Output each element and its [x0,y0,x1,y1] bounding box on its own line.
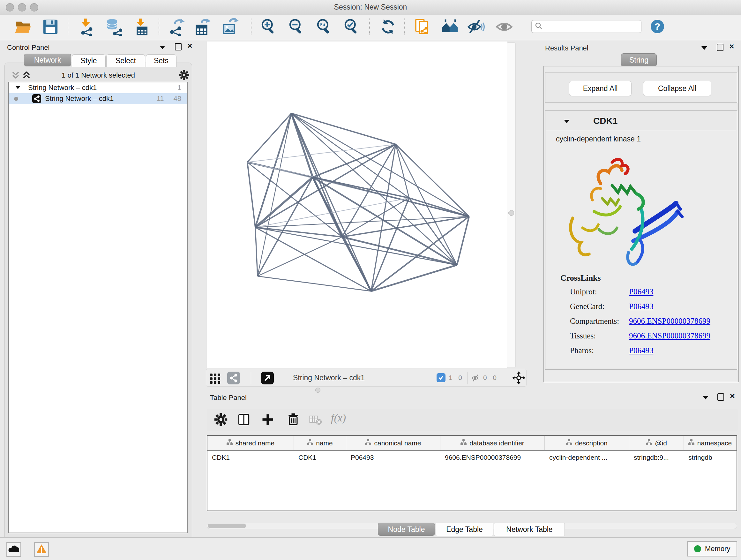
network-edge[interactable] [255,227,258,276]
table-panel-close-icon[interactable]: ✕ [730,393,735,400]
search-icon [535,22,542,31]
hide-unhide-button[interactable] [467,18,485,36]
network-edge[interactable] [291,113,469,216]
tab-node-table[interactable]: Node Table [378,523,435,536]
zoom-selected-button[interactable] [343,18,360,36]
crosslink-link[interactable]: 9606.ENSP00000378699 [629,317,711,326]
crosslink-link[interactable]: P06493 [629,346,653,355]
open-folder-icon [14,18,32,36]
network-edge[interactable] [313,177,469,216]
search-input[interactable] [542,23,638,30]
control-panel-close-icon[interactable]: ✕ [187,43,193,50]
show-columns-button[interactable] [237,413,251,427]
homes-icon-button[interactable] [441,18,459,36]
crosslink-link[interactable]: P06493 [629,287,653,296]
detach-view-button[interactable] [261,372,274,386]
network-row-selected[interactable]: String Network – cdk1 11 48 [9,93,187,104]
network-status-dot-icon [14,97,18,101]
save-session-button[interactable] [42,18,59,36]
table-row[interactable]: CDK1CDK1P064939606.ENSP00000378699cyclin… [207,451,737,464]
column-header-description[interactable]: description [545,436,629,450]
network-options-gear-icon[interactable] [179,70,190,82]
network-edge[interactable] [247,162,255,227]
protein-structure-image[interactable] [563,153,684,276]
tab-network-table[interactable]: Network Table [494,523,565,536]
network-edge[interactable] [291,113,457,265]
warnings-button[interactable] [34,542,49,557]
export-image-button[interactable] [221,18,239,36]
network-edge[interactable] [258,237,342,276]
expand-all-button[interactable]: Expand All [569,81,631,96]
tab-select[interactable]: Select [106,54,145,67]
splitter-handle[interactable] [509,210,514,216]
import-table-button[interactable] [133,18,151,36]
collection-expand-triangle-icon[interactable] [15,84,21,92]
table-empty-area [207,464,737,510]
refresh-view-button[interactable] [379,18,397,36]
cdk1-result-card: CDK1 cyclin-dependent kinase 1 [545,111,737,370]
table-cell[interactable]: stringdb:9... [629,451,684,464]
fit-content-crosshair-button[interactable] [512,371,526,386]
memory-status-button[interactable]: Memory [687,541,737,557]
network-edge[interactable] [247,113,291,162]
svg-text:?: ? [655,21,660,32]
results-panel-collapse-icon[interactable] [701,46,707,50]
network-edge[interactable] [258,276,371,291]
network-collection-row[interactable]: String Network – cdk1 1 [9,82,187,93]
import-network-button[interactable] [78,18,96,36]
network-canvas[interactable] [207,42,507,368]
table-panel-collapse-icon[interactable] [703,396,709,399]
zoom-in-button[interactable] [260,18,278,36]
column-header-shared-name[interactable]: shared name [207,436,294,450]
network-share-view-button[interactable] [227,372,240,386]
network-edge[interactable] [258,113,291,276]
table-cell[interactable]: cyclin-dependent ... [545,451,629,464]
string-import-button[interactable] [414,18,431,36]
tab-string[interactable]: String [621,53,657,67]
crosslink-link[interactable]: 9606.ENSP00000378699 [629,331,711,340]
current-network-name: String Network – cdk1 [293,374,365,382]
column-header-name[interactable]: name [294,436,346,450]
tab-edge-table[interactable]: Edge Table [435,523,493,536]
column-header-canonical-name[interactable]: canonical name [346,436,441,450]
tab-sets[interactable]: Sets [146,54,177,67]
control-panel-collapse-icon[interactable] [159,46,165,49]
tab-network[interactable]: Network [24,54,71,66]
table-cell[interactable]: CDK1 [207,451,294,464]
table-cell[interactable]: P06493 [346,451,441,464]
selected-indicator-checkbox[interactable] [436,373,446,382]
network-edge[interactable] [255,198,409,227]
grid-view-button[interactable] [209,372,221,386]
vertical-splitter[interactable] [507,43,516,368]
network-edge[interactable] [371,265,457,291]
crosslink-link[interactable]: P06493 [629,302,653,311]
network-edge[interactable] [291,113,371,291]
cloud-status-button[interactable] [6,542,21,557]
export-network-button[interactable] [168,18,186,36]
column-header-database-identifier[interactable]: database identifier [441,436,545,450]
table-cell[interactable]: stringdb [684,451,737,464]
export-table-button[interactable] [193,18,211,36]
results-panel-float-icon[interactable] [717,44,724,51]
control-panel-float-icon[interactable] [175,43,182,51]
scrollbar-thumb[interactable] [208,523,246,528]
tab-style[interactable]: Style [72,54,106,67]
table-settings-button[interactable] [214,413,228,427]
crosslink-label: GeneCard: [570,302,604,311]
delete-column-button[interactable] [286,413,300,427]
import-network-from-database-button[interactable] [105,18,123,36]
table-cell[interactable]: 9606.ENSP00000378699 [441,451,545,464]
results-panel-close-icon[interactable]: ✕ [729,43,735,50]
column-header--id[interactable]: @id [629,436,684,450]
help-button[interactable]: ? [650,19,665,35]
collapse-all-button[interactable]: Collapse All [643,81,711,96]
zoom-fit-button[interactable] [315,18,333,36]
add-column-button[interactable] [261,413,275,427]
table-cell[interactable]: CDK1 [294,451,346,464]
column-header-namespace[interactable]: namespace [684,436,737,450]
table-panel-float-icon[interactable] [718,393,724,401]
entry-collapse-triangle-icon[interactable] [564,120,569,123]
network-edge[interactable] [291,113,396,144]
open-session-button[interactable] [14,18,32,36]
zoom-out-button[interactable] [287,18,306,36]
